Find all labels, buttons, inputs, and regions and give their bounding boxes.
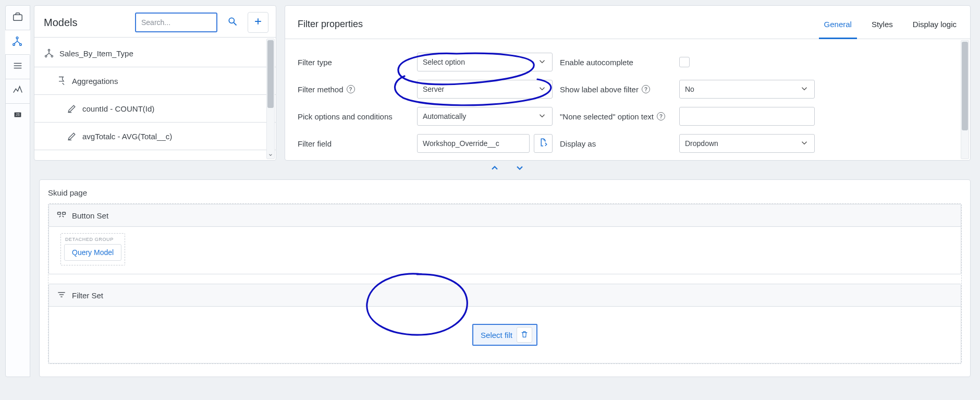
search-input[interactable]: Search...	[135, 13, 217, 32]
enable-autocomplete-checkbox[interactable]	[679, 57, 690, 67]
label-filter-type: Filter type	[298, 58, 410, 67]
models-tree: Sales_By_Item_Type Aggregations	[34, 37, 276, 160]
scrollbar-thumb[interactable]	[962, 42, 968, 130]
label-pick-options: Pick options and conditions	[298, 112, 410, 121]
scrollbar-thumb[interactable]	[267, 40, 274, 108]
svg-point-14	[45, 55, 47, 57]
preview-canvas: Button Set DETACHED GROUP Query Model	[48, 203, 962, 364]
filter-method-select[interactable]: Server	[417, 80, 553, 99]
model-icon	[44, 48, 54, 58]
scroll-down-icon[interactable]	[267, 151, 274, 159]
tree-field-row[interactable]: countId - COUNT(Id)	[34, 95, 276, 123]
chevron-up-icon	[489, 163, 500, 175]
pick-options-select[interactable]: Automatically	[417, 107, 553, 126]
briefcase-icon	[12, 11, 23, 25]
tree-model-row[interactable]: Sales_By_Item_Type	[34, 40, 276, 67]
tab-display-logic[interactable]: Display logic	[912, 10, 958, 39]
models-scrollbar[interactable]	[266, 39, 275, 159]
models-title: Models	[44, 17, 77, 29]
label-show-label: Show label above filter ?	[560, 85, 672, 94]
tree-model-label: Sales_By_Item_Type	[59, 49, 133, 58]
models-panel: Models Search...	[34, 5, 276, 161]
filter-chip-delete-button[interactable]	[517, 327, 532, 343]
tab-general[interactable]: General	[823, 10, 853, 39]
properties-title: Filter properties	[298, 19, 363, 30]
help-icon[interactable]: ?	[347, 85, 355, 93]
help-icon[interactable]: ?	[657, 112, 665, 120]
detached-group-title: DETACHED GROUP	[64, 237, 121, 244]
pencil-icon	[67, 131, 77, 141]
filter-field-value: Workshop_Override__c	[423, 139, 499, 148]
panel-resize-handle[interactable]	[34, 163, 980, 175]
label-enable-autocomplete: Enable autocomplete	[560, 58, 672, 67]
filter-set-icon	[56, 289, 67, 301]
chevron-down-icon	[537, 84, 547, 95]
none-selected-input[interactable]	[679, 107, 815, 126]
properties-panel: Filter properties General Styles Display…	[285, 5, 971, 161]
rail-list-button[interactable]	[6, 55, 30, 79]
chevron-down-icon	[537, 57, 547, 68]
rail-pages-button[interactable]	[6, 6, 30, 30]
filter-method-value: Server	[423, 85, 444, 93]
preview-panel: Skuid page Button Set DETACHED GROUP	[39, 179, 971, 377]
filter-chip[interactable]: Select filt	[472, 324, 537, 346]
pencil-icon	[67, 103, 77, 114]
trash-icon	[520, 330, 529, 340]
svg-point-9	[229, 18, 234, 23]
properties-scrollbar[interactable]	[961, 40, 969, 159]
display-as-select[interactable]: Dropdown	[679, 134, 815, 153]
svg-rect-19	[63, 212, 66, 214]
svg-rect-18	[58, 212, 61, 214]
label-display-as: Display as	[560, 139, 672, 148]
preview-title: Skuid page	[48, 188, 962, 197]
detached-group[interactable]: DETACHED GROUP Query Model	[60, 233, 125, 265]
query-model-button[interactable]: Query Model	[64, 244, 121, 261]
filter-chip-label: Select filt	[481, 331, 512, 340]
label-filter-method: Filter method ?	[298, 85, 410, 94]
rail-js-button[interactable]: JS	[6, 104, 30, 128]
show-label-select[interactable]: No	[679, 80, 815, 99]
button-set-icon	[56, 210, 67, 222]
aggregation-icon	[56, 76, 67, 86]
tree-aggregations-row[interactable]: Aggregations	[34, 67, 276, 95]
svg-point-2	[13, 44, 15, 46]
model-tree-icon	[11, 35, 23, 49]
filter-field-picker-button[interactable]	[534, 134, 553, 153]
svg-point-1	[16, 37, 18, 39]
plus-icon	[253, 16, 263, 29]
add-model-button[interactable]	[248, 12, 268, 33]
tree-field-row[interactable]: avgTotalc - AVG(Total__c)	[34, 123, 276, 150]
rail-models-button[interactable]	[5, 30, 30, 55]
chevron-down-icon	[514, 163, 525, 175]
svg-line-10	[234, 23, 237, 26]
help-icon[interactable]: ?	[642, 85, 650, 93]
svg-text:JS: JS	[16, 113, 19, 116]
pick-options-value: Automatically	[423, 112, 466, 120]
field-picker-icon	[538, 138, 548, 149]
show-label-value: No	[685, 85, 694, 93]
search-placeholder: Search...	[141, 18, 170, 27]
tree-field-label: avgTotalc - AVG(Total__c)	[82, 132, 172, 141]
list-icon	[12, 60, 23, 74]
filter-set-label: Filter Set	[72, 291, 103, 300]
js-icon: JS	[12, 109, 23, 123]
left-rail: JS	[5, 5, 30, 377]
chevron-down-icon	[537, 111, 547, 122]
label-filter-field: Filter field	[298, 139, 410, 148]
svg-point-13	[48, 50, 50, 51]
button-set-block[interactable]: Button Set DETACHED GROUP Query Model	[48, 204, 961, 274]
rail-analytics-button[interactable]	[6, 79, 30, 104]
search-icon	[227, 16, 238, 29]
filter-field-input[interactable]: Workshop_Override__c	[417, 134, 530, 153]
filter-set-block[interactable]: Filter Set Select filt	[48, 284, 961, 363]
tree-field-label: countId - COUNT(Id)	[82, 104, 154, 113]
analytics-icon	[12, 84, 23, 98]
filter-type-select[interactable]: Select option	[417, 53, 553, 71]
svg-rect-0	[14, 15, 22, 20]
svg-point-3	[20, 44, 22, 46]
tab-styles[interactable]: Styles	[871, 10, 894, 39]
search-button[interactable]	[223, 13, 242, 32]
properties-tabs: General Styles Display logic	[823, 10, 958, 39]
chevron-down-icon	[800, 84, 809, 95]
tree-agg-label: Aggregations	[72, 77, 118, 86]
